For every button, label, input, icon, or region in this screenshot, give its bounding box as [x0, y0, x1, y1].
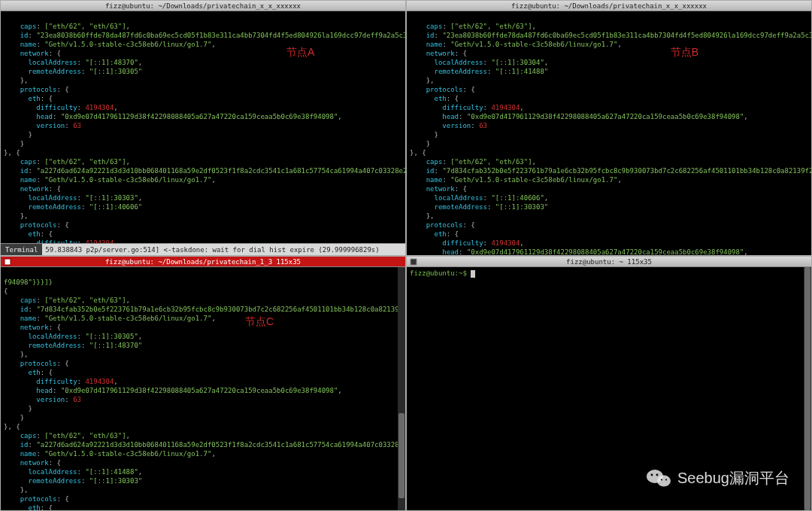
node-label-b: 节点B	[671, 46, 698, 59]
pane-a[interactable]: fizz@ubuntu: ~/Downloads/privatechain_x_…	[0, 0, 406, 256]
node-label-a: 节点A	[286, 46, 314, 59]
titlebar-b: fizz@ubuntu: ~/Downloads/privatechain_x_…	[407, 1, 811, 11]
window-icon	[4, 258, 11, 266]
watermark: Seebug漏洞平台	[646, 467, 789, 488]
titlebar-a: fizz@ubuntu: ~/Downloads/privatechain_x_…	[1, 1, 405, 11]
pane-c[interactable]: fizz@ubuntu: ~/Downloads/privatechain_1_…	[0, 256, 406, 511]
titlebar-d-text: fizz@ubuntu: ~ 115x35	[566, 258, 652, 266]
watermark-text: Seebug漏洞平台	[677, 468, 789, 488]
svg-rect-1	[411, 259, 417, 265]
titlebar-a-text: fizz@ubuntu: ~/Downloads/privatechain_x_…	[105, 2, 301, 10]
scrollbar-c[interactable]	[398, 267, 405, 510]
terminal-a-output[interactable]: caps: ["eth/62", "eth/63"], id: "23ea803…	[1, 11, 405, 256]
terminal-tab-msg: 59.838843 p2p/server.go:514] <-taskdone:…	[45, 246, 379, 254]
svg-point-4	[651, 474, 653, 476]
svg-point-5	[656, 474, 659, 476]
terminal-b-output[interactable]: caps: ["eth/62", "eth/63"], id: "23ea803…	[407, 11, 811, 256]
titlebar-b-text: fizz@ubuntu: ~/Downloads/privatechain_x_…	[511, 2, 707, 10]
svg-point-3	[657, 476, 671, 487]
terminator-grid: fizz@ubuntu: ~/Downloads/privatechain_x_…	[0, 0, 812, 511]
scrollbar-d[interactable]	[804, 267, 811, 510]
svg-point-6	[661, 479, 662, 480]
titlebar-c-text: fizz@ubuntu: ~/Downloads/privatechain_1_…	[105, 258, 301, 266]
svg-point-7	[665, 479, 667, 480]
terminal-tab-bar[interactable]: Terminal59.838843 p2p/server.go:514] <-t…	[1, 243, 405, 255]
svg-rect-0	[5, 259, 11, 265]
terminal-tab-label[interactable]: Terminal	[1, 244, 42, 255]
titlebar-c-active: fizz@ubuntu: ~/Downloads/privatechain_1_…	[1, 257, 405, 267]
terminal-d-output[interactable]: fizz@ubuntu:~$	[407, 267, 811, 279]
window-icon	[410, 258, 417, 266]
terminal-c-output[interactable]: f94098"}}}]} { caps: ["eth/62", "eth/63"…	[1, 267, 405, 511]
node-label-c: 节点C	[245, 315, 274, 329]
scrollbar-thumb-d[interactable]	[804, 267, 810, 510]
wechat-icon	[646, 467, 671, 488]
shell-prompt[interactable]: fizz@ubuntu:~$	[410, 269, 471, 277]
pane-b[interactable]: fizz@ubuntu: ~/Downloads/privatechain_x_…	[406, 0, 812, 256]
cursor-d	[471, 270, 475, 278]
titlebar-d: fizz@ubuntu: ~ 115x35	[407, 257, 811, 267]
scrollbar-thumb-c[interactable]	[398, 413, 404, 498]
